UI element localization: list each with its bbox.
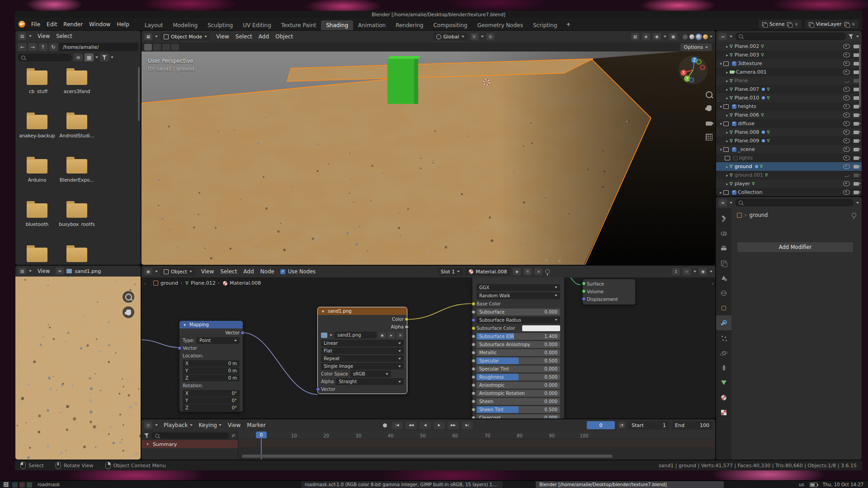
taskbar-item[interactable]: roadmask (34, 481, 63, 488)
properties-tab-material[interactable] (716, 390, 731, 405)
outliner-row[interactable]: Plane.007 (716, 85, 862, 94)
value-slider[interactable]: Specular0.500 (476, 357, 560, 364)
alpha-output-socket[interactable] (405, 325, 409, 329)
outliner-row[interactable]: _scene (716, 145, 862, 154)
properties-tab-object[interactable] (716, 300, 731, 315)
blender-logo-icon[interactable] (19, 21, 25, 28)
use-nodes-checkbox[interactable] (280, 269, 285, 274)
color-swatch[interactable] (522, 325, 560, 331)
image-preview[interactable] (15, 277, 141, 460)
snap-magnet-icon[interactable]: U (470, 33, 478, 40)
viewport-editor[interactable]: ▦ Object Mode ViewSelectAddObject Global… (142, 31, 715, 265)
unlink-scene-icon[interactable]: × (794, 22, 798, 27)
collection-checkbox[interactable] (732, 147, 736, 152)
bsdf-row[interactable]: Anisotropic Rotation Anisotropic Rotatio… (476, 389, 560, 397)
timeline-menu[interactable]: Keying (196, 422, 225, 429)
back-button[interactable]: ← (18, 43, 27, 51)
snap-chevron-icon[interactable] (481, 36, 484, 38)
value-slider[interactable]: Subsurface Anisotropy0.000 (476, 341, 560, 348)
mapping-node[interactable]: Mapping Vector Type: Point Vector Locati… (179, 321, 243, 412)
value-slider[interactable]: Anisotropic Rotation0.000 (476, 390, 560, 397)
bsdf-row[interactable]: Roughness Roughness Roughness Roughness0… (476, 373, 560, 380)
input-socket[interactable] (472, 334, 476, 338)
image-editor-menu[interactable]: View (34, 267, 53, 275)
location-field[interactable]: X0 m (183, 360, 240, 367)
properties-tab-view-layer[interactable] (716, 256, 731, 271)
image-texture-node[interactable]: sand1.png Color Alpha sand1.png ◈ ▸ × (318, 307, 407, 394)
disable-in-renders-toggle[interactable] (854, 156, 859, 160)
menu-item[interactable]: Render (60, 21, 86, 28)
jump-to-start-button[interactable]: |◀ (392, 422, 403, 429)
location-field[interactable]: Y0 m (183, 367, 240, 374)
properties-tab-physics[interactable] (716, 345, 731, 360)
properties-tab-object-data[interactable] (716, 375, 731, 390)
editor-type-icon[interactable]: ▦ (144, 33, 152, 40)
properties-tab-output[interactable] (716, 241, 731, 256)
image-browse-chevron-icon[interactable] (330, 334, 332, 336)
timeline-editor[interactable]: ◷ Playback Keying View (142, 419, 715, 460)
bsdf-row[interactable]: Specular Specular Specular Specular0.500… (476, 357, 560, 364)
folder-item[interactable]: Arduino (17, 155, 57, 199)
hide-in-viewport-toggle[interactable] (843, 95, 850, 100)
enum-dropdown[interactable]: Linear (321, 340, 404, 347)
disclosure-closed-icon[interactable] (725, 113, 730, 117)
outliner-row[interactable]: lights (716, 154, 862, 162)
overlays-chevron-icon[interactable] (664, 36, 666, 38)
folder-item[interactable]: Desktop (17, 243, 57, 265)
outliner-row[interactable]: ground (716, 162, 862, 171)
value-slider[interactable]: Subsurface0.000 (476, 309, 560, 315)
disclosure-closed-icon[interactable] (725, 139, 730, 143)
disable-in-renders-toggle[interactable] (854, 174, 859, 177)
collapse-icon[interactable] (182, 323, 187, 327)
input-socket[interactable] (472, 391, 476, 395)
shader-menu[interactable]: View (198, 268, 217, 275)
hide-in-viewport-toggle[interactable] (843, 190, 850, 195)
camera-view-icon[interactable] (703, 117, 715, 129)
display-list-button[interactable]: ≡ (74, 53, 83, 61)
value-slider[interactable]: Subsurface IOR1.400 (476, 333, 560, 340)
pin-icon[interactable] (852, 213, 856, 217)
value-slider[interactable]: Metallic0.000 (476, 349, 560, 356)
enum-dropdown[interactable]: Flat (321, 347, 404, 354)
disable-in-renders-toggle[interactable] (854, 62, 859, 66)
shader-editor[interactable]: Mapping Vector Type: Point Vector Locati… (142, 266, 715, 418)
properties-tab-modifiers[interactable] (716, 315, 731, 330)
collapse-region-icon[interactable]: ‹ (144, 281, 146, 286)
mapping-type-dropdown[interactable]: Point (197, 337, 240, 344)
snapping-icon[interactable]: ⌗ (683, 268, 691, 275)
selectability-icon[interactable]: ▧ (631, 33, 639, 40)
viewport-menu[interactable]: Select (232, 33, 255, 40)
proportional-editing-icon[interactable]: ◎ (486, 33, 495, 40)
shading-material-icon[interactable] (696, 34, 701, 39)
file-browser-scrollbar[interactable] (138, 67, 140, 121)
bsdf-row[interactable]: GGX GGX GGX GGX GGX (476, 284, 560, 291)
timeline-scrollbar[interactable] (242, 455, 613, 458)
input-socket[interactable] (472, 375, 476, 379)
outliner-row[interactable]: Plane.003 (716, 51, 862, 59)
unlink-material-icon[interactable]: × (534, 268, 542, 275)
input-socket[interactable] (472, 310, 476, 314)
properties-tab-render[interactable] (716, 226, 731, 241)
zoom-icon[interactable] (123, 291, 134, 303)
properties-options-chevron-icon[interactable] (856, 202, 859, 204)
disable-in-renders-toggle[interactable] (854, 191, 859, 194)
disable-in-renders-toggle[interactable] (854, 53, 859, 57)
shader-type-selector[interactable]: Object (160, 267, 195, 276)
workspace-tab[interactable]: Texture Paint (276, 20, 321, 30)
folder-item[interactable]: Documents (57, 243, 97, 265)
editor-type-icon[interactable]: ▤ (18, 33, 26, 40)
outliner-scrollbar[interactable] (859, 44, 861, 108)
disable-in-renders-toggle[interactable] (854, 122, 859, 126)
disable-in-renders-toggle[interactable] (854, 45, 859, 48)
blender-window-button[interactable]: Blender [/home/amalie/Desktop/blender/te… (536, 481, 724, 488)
play-button[interactable]: ▶ (434, 422, 445, 429)
vector-input-socket[interactable] (316, 387, 320, 391)
file-browser-menu[interactable]: Select (53, 33, 75, 40)
bsdf-row[interactable]: Random Walk Random Walk Random Walk Rand… (476, 292, 560, 299)
hide-in-viewport-toggle[interactable] (843, 52, 850, 57)
current-frame-field[interactable]: 0 (587, 421, 615, 429)
path-field[interactable]: /home/amalie/ (59, 43, 138, 51)
hide-in-viewport-toggle[interactable] (843, 130, 850, 135)
node-tree-path-icon[interactable]: ↥ (672, 268, 680, 275)
vector-input-socket[interactable] (178, 346, 182, 350)
